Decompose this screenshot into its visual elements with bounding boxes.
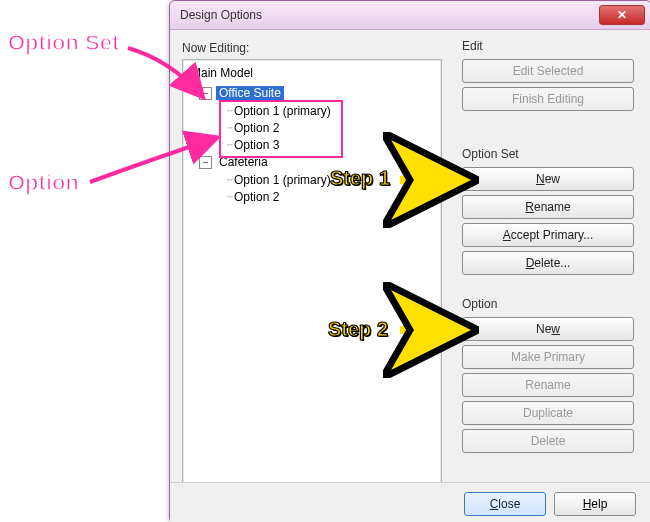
edit-section-label: Edit	[462, 39, 483, 53]
tree-connector-icon: ⋯	[227, 191, 232, 202]
tree-connector-icon: ⋯	[227, 174, 232, 185]
tree-inner: Main Model − Office Suite ⋯Option 1 (pri…	[183, 60, 441, 209]
option-set-section-label: Option Set	[462, 147, 519, 161]
tree-set-office-suite[interactable]: − Office Suite	[199, 84, 437, 102]
tree-option-label: Option 2	[234, 190, 279, 204]
option-set-new-button[interactable]: New	[462, 167, 634, 191]
dialog-title: Design Options	[180, 8, 262, 22]
tree-option-label: Option 3	[234, 138, 279, 152]
finish-editing-button: Finish Editing	[462, 87, 634, 111]
help-button[interactable]: Help	[554, 492, 636, 516]
option-set-delete-button[interactable]: Delete...	[462, 251, 634, 275]
option-set-rename-button[interactable]: Rename	[462, 195, 634, 219]
option-delete-button: Delete	[462, 429, 634, 453]
edit-selected-button: Edit Selected	[462, 59, 634, 83]
tree-option[interactable]: ⋯Option 1 (primary)	[227, 171, 437, 188]
annotation-option-label: Option	[8, 170, 79, 196]
tree-option-label: Option 1 (primary)	[234, 173, 331, 187]
tree-connector-icon: ⋯	[227, 139, 232, 150]
tree-set-label: Office Suite	[216, 86, 284, 100]
tree-connector-icon: ⋯	[227, 122, 232, 133]
option-set-accept-primary-button[interactable]: Accept Primary...	[462, 223, 634, 247]
option-duplicate-button: Duplicate	[462, 401, 634, 425]
tree-root[interactable]: Main Model	[187, 64, 437, 82]
tree-connector-icon: ⋯	[227, 105, 232, 116]
now-editing-label: Now Editing:	[182, 41, 639, 55]
dialog-footer: Close Help	[170, 482, 650, 522]
tree-option[interactable]: ⋯Option 2	[227, 188, 437, 205]
tree-option[interactable]: ⋯Option 2	[227, 119, 437, 136]
dialog-body: Now Editing: Main Model − Office Suite ⋯…	[170, 29, 650, 522]
design-options-dialog: Design Options ✕ Now Editing: Main Model…	[169, 0, 650, 522]
option-rename-button: Rename	[462, 373, 634, 397]
tree-option-label: Option 1 (primary)	[234, 104, 331, 118]
option-make-primary-button: Make Primary	[462, 345, 634, 369]
annotation-option-set-label: Option Set	[8, 30, 119, 56]
option-new-button[interactable]: New	[462, 317, 634, 341]
option-tree[interactable]: Main Model − Office Suite ⋯Option 1 (pri…	[182, 59, 442, 485]
tree-set-cafeteria[interactable]: − Cafeteria	[199, 153, 437, 171]
tree-set-label: Cafeteria	[216, 155, 271, 169]
tree-option-label: Option 2	[234, 121, 279, 135]
collapse-icon[interactable]: −	[199, 87, 212, 100]
close-button[interactable]: Close	[464, 492, 546, 516]
close-icon: ✕	[617, 8, 627, 22]
window-close-button[interactable]: ✕	[599, 5, 645, 25]
titlebar: Design Options ✕	[170, 1, 650, 30]
tree-option[interactable]: ⋯Option 1 (primary)	[227, 102, 437, 119]
tree-option[interactable]: ⋯Option 3	[227, 136, 437, 153]
option-section-label: Option	[462, 297, 497, 311]
collapse-icon[interactable]: −	[199, 156, 212, 169]
